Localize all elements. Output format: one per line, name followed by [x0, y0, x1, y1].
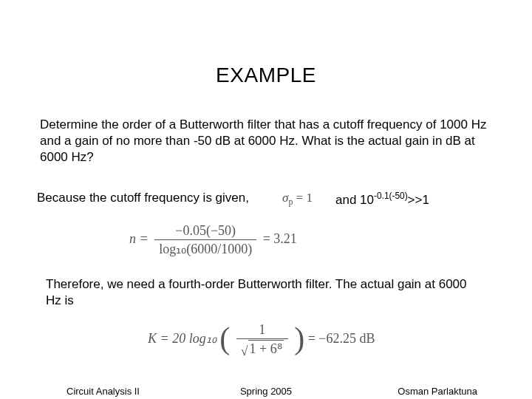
eq2-denominator: √1 + 6⁸	[236, 339, 288, 357]
eq2-lhs: K = 20 log₁₀	[148, 331, 216, 346]
eq1-numerator: −0.05(−50)	[154, 223, 256, 240]
eq1-rhs: = 3.21	[263, 231, 297, 246]
slide-title: EXAMPLE	[0, 64, 532, 87]
order-equation: n = −0.05(−50) log₁₀(6000/1000) = 3.21	[129, 223, 297, 257]
eq1-fraction: −0.05(−50) log₁₀(6000/1000)	[154, 223, 256, 257]
eq2-numerator: 1	[236, 322, 288, 339]
eq1-lhs: n =	[129, 231, 149, 246]
right-paren-icon: )	[294, 323, 304, 354]
left-paren-icon: (	[219, 323, 230, 354]
eq2-radicand: 1 + 6⁸	[248, 340, 284, 357]
radical-icon: √	[241, 344, 248, 359]
eq2-rhs: = −62.25 dB	[308, 331, 375, 346]
sigma-equation: σp = 1	[282, 191, 313, 208]
footer-right: Osman Parlaktuna	[398, 386, 477, 397]
exponent-condition: and 10-0.1(-50)>>1	[335, 191, 429, 208]
eq1-denominator: log₁₀(6000/1000)	[154, 240, 256, 257]
sigma-value: 1	[306, 191, 313, 205]
exponent-text: -0.1(-50)	[374, 191, 408, 201]
conclusion-text: Therefore, we need a fourth-order Butter…	[46, 276, 482, 309]
problem-statement: Determine the order of a Butterworth fil…	[40, 117, 488, 165]
much-greater-one: >>1	[408, 193, 429, 207]
eq2-fraction: 1 √1 + 6⁸	[236, 322, 288, 357]
slide: EXAMPLE Determine the order of a Butterw…	[0, 0, 532, 399]
gain-equation: K = 20 log₁₀ ( 1 √1 + 6⁸ ) = −62.25 dB	[148, 322, 375, 357]
and-label: and 10	[335, 193, 374, 207]
